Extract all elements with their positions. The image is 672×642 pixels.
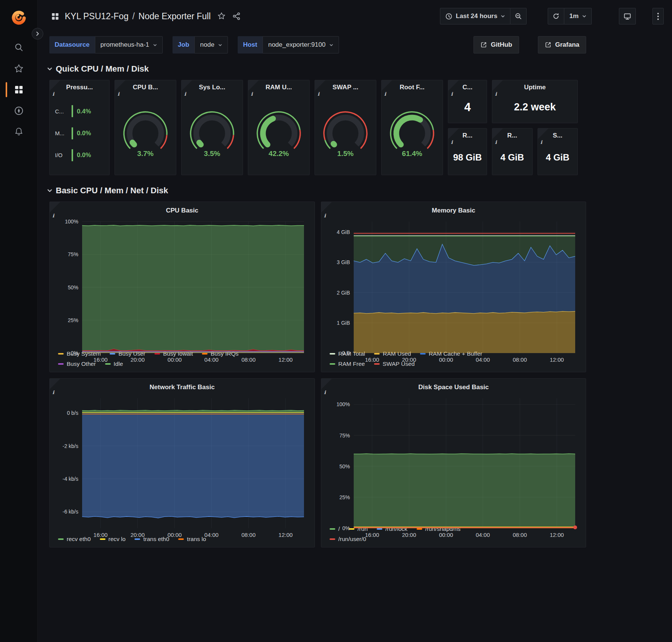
- search-icon[interactable]: [0, 37, 37, 58]
- pressure-label: I/O: [55, 152, 71, 158]
- svg-text:08:00: 08:00: [241, 532, 256, 538]
- svg-text:20:00: 20:00: [402, 356, 416, 363]
- sidebar: [0, 0, 38, 642]
- dashboard-header: KYL PSU12-Fog / Node Exporter Full Last …: [38, 0, 672, 32]
- external-link-icon: [545, 41, 551, 48]
- chart-plot-memory-basic[interactable]: 16:0020:0000:0004:0008:0012:000 B1 GiB2 …: [326, 218, 581, 347]
- pressure-row: C... 0.4%: [55, 105, 105, 117]
- svg-text:25%: 25%: [68, 317, 78, 323]
- svg-text:00:00: 00:00: [439, 356, 453, 363]
- panel-info-icon[interactable]: i: [538, 128, 548, 139]
- panel-title[interactable]: Disk Space Used Basic: [326, 380, 581, 394]
- panel-info-icon[interactable]: i: [492, 80, 503, 91]
- panel-disk-space-basic: i Disk Space Used Basic 16:0020:0000:000…: [321, 378, 586, 547]
- panel-info-icon[interactable]: i: [321, 202, 332, 212]
- variable-job: Job node: [173, 36, 228, 54]
- panel-rootfs-total: i R... 98 GiB: [448, 128, 487, 175]
- share-icon[interactable]: [232, 12, 241, 20]
- grafana-link-button[interactable]: Grafana: [538, 36, 586, 54]
- svg-text:1.5%: 1.5%: [337, 150, 353, 157]
- svg-text:04:00: 04:00: [205, 532, 219, 538]
- panel-info-icon[interactable]: i: [315, 80, 325, 91]
- stat-value: 98 GiB: [448, 143, 487, 175]
- breadcrumb-folder[interactable]: KYL PSU12-Fog: [65, 11, 128, 21]
- time-range-label: Last 24 hours: [456, 12, 498, 20]
- panel-title[interactable]: Network Traffic Basic: [54, 380, 310, 394]
- kebab-menu-button[interactable]: [652, 8, 664, 24]
- refresh-button[interactable]: [548, 8, 564, 24]
- variable-label: Datasource: [49, 36, 95, 54]
- svg-text:2 GiB: 2 GiB: [337, 290, 350, 296]
- svg-text:1 GiB: 1 GiB: [337, 320, 350, 326]
- refresh-interval-dropdown[interactable]: 1m: [564, 8, 592, 24]
- panel-info-icon[interactable]: i: [182, 80, 192, 91]
- compass-explore-icon[interactable]: [0, 100, 37, 121]
- panel-title[interactable]: Memory Basic: [326, 203, 581, 218]
- stat-value: 4: [448, 95, 487, 123]
- variable-value: node: [200, 41, 214, 49]
- refresh-interval-label: 1m: [569, 12, 579, 20]
- section-quick[interactable]: Quick CPU / Mem / Disk: [47, 64, 672, 74]
- svg-text:-4 kb/s: -4 kb/s: [63, 476, 78, 482]
- zoom-out-button[interactable]: [510, 8, 527, 24]
- panel-info-icon[interactable]: i: [50, 379, 60, 389]
- variable-value-dropdown[interactable]: node: [194, 36, 228, 54]
- panel-info-icon[interactable]: i: [50, 80, 60, 91]
- panel-info-icon[interactable]: i: [50, 202, 60, 212]
- svg-text:0%: 0%: [342, 525, 350, 531]
- panel-info-icon[interactable]: i: [448, 128, 459, 139]
- panel-info-icon[interactable]: i: [448, 80, 459, 91]
- chart-plot-network-basic[interactable]: 16:0020:0000:0004:0008:0012:000 b/s-2 kb…: [54, 394, 310, 533]
- stat-value: 4 GiB: [538, 143, 578, 175]
- gauge-root-fs: 61.4%: [382, 95, 443, 175]
- svg-text:100%: 100%: [65, 219, 78, 225]
- grafana-logo[interactable]: [10, 8, 27, 27]
- star-icon[interactable]: [0, 58, 37, 79]
- bell-alerts-icon[interactable]: [0, 121, 37, 142]
- svg-text:75%: 75%: [68, 251, 78, 257]
- chart-plot-cpu-basic[interactable]: 16:0020:0000:0004:0008:0012:000%25%50%75…: [54, 218, 310, 347]
- sidebar-expand-button[interactable]: [32, 28, 43, 40]
- sidebar-item-dashboards[interactable]: [0, 79, 37, 100]
- kebab-menu-icon: [657, 12, 659, 20]
- svg-text:20:00: 20:00: [130, 356, 145, 363]
- section-title: Quick CPU / Mem / Disk: [56, 64, 149, 74]
- pressure-value: 0.0%: [77, 130, 91, 137]
- panel-info-icon[interactable]: i: [382, 80, 392, 91]
- svg-text:3 GiB: 3 GiB: [337, 259, 350, 265]
- variable-host: Host node_exporter:9100: [238, 36, 339, 54]
- svg-text:3.7%: 3.7%: [137, 150, 153, 157]
- pressure-bar: [72, 149, 73, 161]
- pressure-bar: [72, 127, 73, 139]
- svg-text:08:00: 08:00: [513, 356, 527, 363]
- stat-value: 4 GiB: [492, 143, 532, 175]
- panel-info-icon[interactable]: i: [248, 80, 259, 91]
- pressure-row: M... 0.0%: [55, 127, 105, 139]
- panel-ram-total: i R... 4 GiB: [492, 128, 533, 175]
- chart-plot-disk-basic[interactable]: 16:0020:0000:0004:0008:0012:000%25%50%75…: [326, 394, 581, 523]
- breadcrumb-dashboard[interactable]: Node Exporter Full: [139, 11, 211, 21]
- stat-column-1: i C... 4 i R... 98 GiB: [448, 80, 487, 175]
- variable-value-dropdown[interactable]: prometheus-ha-1: [95, 36, 163, 54]
- github-link-button[interactable]: GitHub: [473, 36, 519, 54]
- panel-title[interactable]: Uptime: [492, 80, 577, 95]
- svg-text:12:00: 12:00: [278, 356, 293, 363]
- time-range-picker[interactable]: Last 24 hours: [440, 8, 511, 24]
- section-basic[interactable]: Basic CPU / Mem / Net / Disk: [47, 186, 672, 196]
- variables-bar: Datasource prometheus-ha-1 Job node Host…: [49, 36, 586, 54]
- star-dashboard-icon[interactable]: [217, 12, 226, 20]
- panel-pressure: i Pressu... C... 0.4% M... 0.0% I/O 0.0%: [49, 80, 110, 175]
- svg-text:16:00: 16:00: [365, 356, 379, 363]
- chart-canvas: 16:0020:0000:0004:0008:0012:000 b/s-2 kb…: [54, 394, 310, 540]
- svg-text:20:00: 20:00: [402, 532, 416, 538]
- svg-text:12:00: 12:00: [278, 532, 293, 538]
- panel-info-icon[interactable]: i: [115, 80, 125, 91]
- kiosk-tv-button[interactable]: [619, 8, 636, 24]
- svg-text:00:00: 00:00: [439, 532, 453, 538]
- svg-text:4 GiB: 4 GiB: [337, 229, 350, 235]
- svg-text:-6 kb/s: -6 kb/s: [63, 509, 78, 515]
- panel-info-icon[interactable]: i: [492, 128, 503, 139]
- panel-info-icon[interactable]: i: [321, 379, 332, 389]
- panel-title[interactable]: CPU Basic: [54, 203, 310, 218]
- variable-value-dropdown[interactable]: node_exporter:9100: [263, 36, 339, 54]
